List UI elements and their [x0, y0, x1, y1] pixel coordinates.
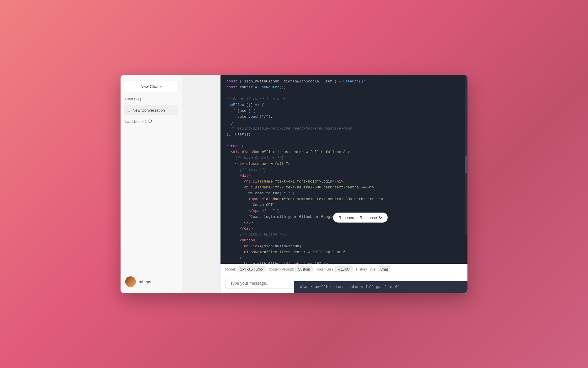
code-line: const router = useRouter();: [220, 84, 467, 90]
token-size-label: Token Size:: [316, 267, 334, 271]
history-type-value[interactable]: Chat: [378, 266, 390, 272]
avatar: [125, 276, 136, 287]
code-line: const { signInWithGithub, signInWithGoog…: [220, 79, 467, 84]
scrollbar[interactable]: [465, 75, 467, 234]
history-type-status: History Type: Chat: [356, 266, 390, 272]
code-panel: const { signInWithGithub, signInWithGoog…: [220, 75, 467, 264]
chats-label: Chats (1): [124, 96, 178, 101]
meta-separator: [142, 121, 143, 122]
system-prompt-status: System Prompt: Custom: [269, 266, 313, 272]
overlay-code-text: className="flex items-center w-full gap-…: [300, 285, 399, 289]
user-profile: mbeps: [124, 274, 178, 289]
token-size-status: Token Size: 1,407: [316, 266, 352, 272]
regenerate-button-wrapper: Regenerate Response ↻: [333, 213, 388, 223]
code-line: }, [user]);: [220, 132, 467, 137]
code-line: }: [220, 120, 467, 126]
file-panel: [182, 75, 220, 293]
code-line: >: [220, 255, 467, 261]
code-line: if (user) {: [220, 108, 467, 114]
meta-count: 2: [145, 120, 146, 123]
code-line: // eslint-disable-next-line react-hooks/…: [220, 126, 467, 132]
conversation-meta: Last Month 2 💬: [124, 119, 178, 124]
regenerate-button[interactable]: Regenerate Response ↻: [333, 213, 388, 223]
code-line: className="flex items-center w-full gap-…: [220, 249, 467, 255]
code-line: {/* Main Container */}: [220, 155, 467, 161]
status-bar: Model: GPT-3.5 Turbo System Prompt: Cust…: [220, 264, 467, 275]
regen-label: Regenerate Response: [339, 216, 377, 220]
sidebar: New Chat + Chats (1) □ New Conversation …: [121, 75, 182, 293]
code-line: <h1 className="text-4xl font-bold">Login…: [220, 179, 467, 185]
token-dot: [338, 269, 340, 271]
code-line: [220, 90, 467, 96]
conversation-name: New Conversation: [132, 108, 165, 112]
scrollbar-thumb[interactable]: [465, 155, 467, 173]
code-line: <div>: [220, 173, 467, 179]
code-line: // Check if there is a user: [220, 96, 467, 102]
new-chat-button[interactable]: New Chat +: [124, 81, 178, 92]
code-line: {/* Github Button */}: [220, 232, 467, 238]
code-line: <div className="flex items-center w-full…: [220, 149, 467, 155]
bottom-code-overlay: className="flex items-center w-full gap-…: [294, 281, 467, 293]
code-line: Convo-GPT: [220, 202, 467, 208]
code-line: onClick={signInWithGithub}: [220, 243, 467, 249]
chat-icon: □: [128, 108, 130, 112]
history-type-label: History Type:: [356, 267, 377, 271]
code-line: <span className="font-semibold text-neut…: [220, 196, 467, 202]
token-size-value: 1,407: [335, 266, 352, 272]
code-line: Welcome to the{ " " }: [220, 190, 467, 196]
code-line: {/* Text */}: [220, 167, 467, 173]
code-line: router.push("/");: [220, 114, 467, 120]
system-prompt-label: System Prompt:: [269, 267, 294, 271]
code-line: <div className="w-full ">: [220, 161, 467, 167]
model-value[interactable]: GPT-3.5 Turbo: [237, 266, 265, 272]
main-window: New Chat + Chats (1) □ New Conversation …: [121, 75, 467, 293]
model-status: Model: GPT-3.5 Turbo: [225, 266, 265, 272]
code-line: <Button: [220, 238, 467, 243]
code-content: const { signInWithGithub, signInWithGoog…: [220, 75, 467, 264]
conversation-item[interactable]: □ New Conversation: [124, 105, 178, 115]
model-label: Model:: [225, 267, 236, 271]
meta-time: Last Month: [125, 120, 141, 123]
code-line: return (: [220, 143, 467, 149]
username: mbeps: [139, 279, 151, 284]
code-line: useEffect(() => {: [220, 102, 467, 108]
code-line: [220, 137, 467, 143]
system-prompt-value[interactable]: Custom: [295, 266, 313, 272]
code-line: <p className="mt-2 text-neutral-600 dark…: [220, 185, 467, 190]
main-content: const { signInWithGithub, signInWithGoog…: [220, 75, 467, 293]
code-line: Login with Github <Github size="16" />: [220, 261, 467, 264]
code-line: </div>: [220, 226, 467, 232]
refresh-icon: ↻: [379, 215, 382, 220]
comment-icon: 💬: [148, 120, 152, 123]
